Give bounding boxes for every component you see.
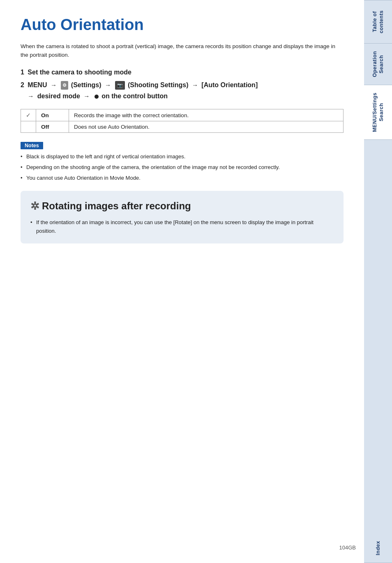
main-content: Auto Orientation When the camera is rota… <box>0 0 364 563</box>
step-1: 1 Set the camera to shooting mode <box>21 69 344 76</box>
notes-box: Notes Black is displayed to the left and… <box>21 142 344 182</box>
sidebar-tab-toc[interactable]: Table ofcontents <box>364 0 392 44</box>
circle-bullet <box>95 95 99 99</box>
note-item: Depending on the shooting angle of the c… <box>21 163 344 172</box>
options-table: ✓ On Records the image with the correct … <box>21 109 344 133</box>
note-item: You cannot use Auto Orientation in Movie… <box>21 174 344 183</box>
rotate-icon: ✲ <box>30 200 39 213</box>
page-title: Auto Orientation <box>21 16 344 34</box>
checkmark-icon: ✓ <box>26 112 31 118</box>
table-row: Off Does not use Auto Orientation. <box>21 121 344 133</box>
rotating-item: If the orientation of an image is incorr… <box>30 218 334 236</box>
arrow-5: → <box>83 93 90 100</box>
arrow-2: → <box>105 81 111 88</box>
step-2: 2 MENU → ⚙ (Settings) → 📷 (Shooting Sett… <box>21 79 344 102</box>
camera-icon: 📷 <box>115 81 125 90</box>
sidebar-tab-operation[interactable]: OperationSearch <box>364 44 392 85</box>
sidebar-tab-menu[interactable]: MENU/SettingsSearch <box>364 85 392 140</box>
notes-list: Black is displayed to the left and right… <box>21 153 344 182</box>
table-cell-icon: ✓ <box>21 109 36 121</box>
settings-icon: ⚙ <box>61 81 68 90</box>
rotating-title: ✲ Rotating images after recording <box>30 200 334 213</box>
arrow-3: → <box>192 81 198 88</box>
step-1-number: 1 <box>21 69 24 76</box>
sidebar-tab-index[interactable]: Index <box>364 533 392 563</box>
sidebar-tab-menu-label: MENU/SettingsSearch <box>371 93 385 132</box>
table-cell-name-on: On <box>36 109 69 121</box>
table-cell-icon-off <box>21 121 36 133</box>
table-cell-desc-on: Records the image with the correct orien… <box>69 109 344 121</box>
intro-text: When the camera is rotated to shoot a po… <box>21 42 344 60</box>
rotating-list: If the orientation of an image is incorr… <box>30 218 334 236</box>
sidebar-tab-index-label: Index <box>375 541 381 555</box>
sidebar-tab-toc-label: Table ofcontents <box>371 10 385 33</box>
table-row: ✓ On Records the image with the correct … <box>21 109 344 121</box>
rotating-section: ✲ Rotating images after recording If the… <box>21 191 344 244</box>
step-1-text: Set the camera to shooting mode <box>28 69 131 76</box>
notes-label: Notes <box>21 142 43 149</box>
note-item: Black is displayed to the left and right… <box>21 153 344 161</box>
arrow-4: → <box>28 93 34 100</box>
step-2-number: 2 <box>21 81 24 88</box>
sidebar: Table ofcontents OperationSearch MENU/Se… <box>364 0 392 563</box>
table-cell-name-off: Off <box>36 121 69 133</box>
arrow-1: → <box>51 81 57 88</box>
table-cell-desc-off: Does not use Auto Orientation. <box>69 121 344 133</box>
page-number: 104GB <box>339 544 356 551</box>
sidebar-tab-operation-label: OperationSearch <box>371 51 385 77</box>
